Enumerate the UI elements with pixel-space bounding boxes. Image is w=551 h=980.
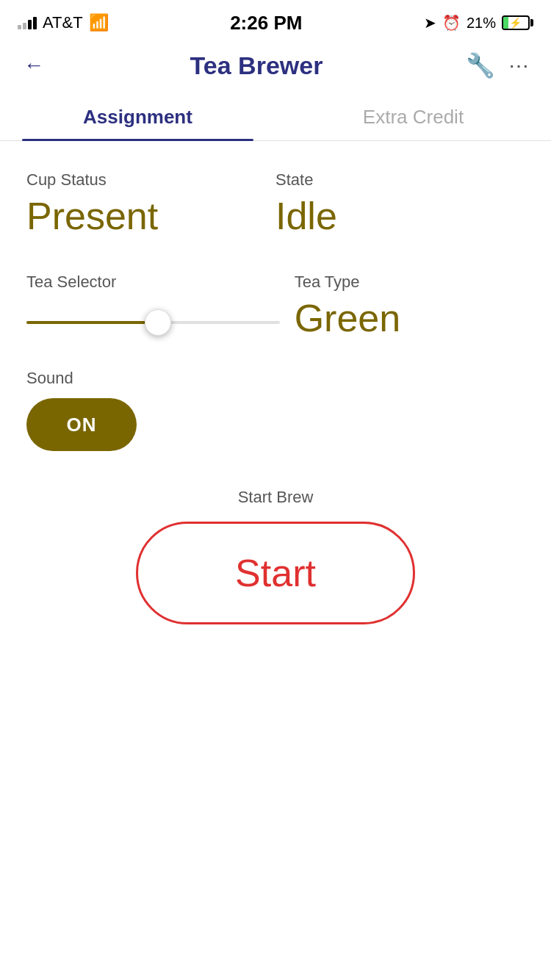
tea-type-label: Tea Type — [295, 273, 525, 292]
header-icons: 🔧 ⋯ — [466, 51, 530, 79]
start-brew-section: Start Brew Start — [26, 488, 525, 624]
cup-status-label: Cup Status — [26, 170, 276, 190]
signal-bars-icon — [18, 17, 37, 29]
start-button[interactable]: Start — [136, 522, 415, 624]
sound-toggle[interactable]: ON — [26, 398, 137, 451]
status-time: 2:26 PM — [230, 12, 302, 35]
battery-icon: ⚡ — [502, 15, 533, 30]
start-button-label: Start — [235, 551, 316, 595]
sound-toggle-label: ON — [67, 414, 97, 436]
tea-selector-slider-container — [26, 308, 280, 337]
more-options-icon[interactable]: ⋯ — [508, 54, 530, 78]
alarm-icon: ⏰ — [442, 14, 461, 32]
page-title: Tea Brewer — [190, 51, 323, 80]
state-value: Idle — [276, 195, 525, 237]
tea-selector-label: Tea Selector — [26, 273, 280, 292]
wrench-icon[interactable]: 🔧 — [466, 51, 495, 79]
cup-status-col: Cup Status Present — [26, 170, 276, 237]
back-button[interactable]: ← — [21, 51, 47, 80]
tea-type-value: Green — [295, 298, 525, 339]
status-bar: AT&T 📶 2:26 PM ➤ ⏰ 21% ⚡ — [0, 0, 551, 40]
tea-type-col: Tea Type Green — [295, 273, 525, 339]
tea-selector-row: Tea Selector Tea Type Green — [26, 273, 525, 339]
sound-label: Sound — [26, 369, 525, 388]
header: ← Tea Brewer 🔧 ⋯ — [0, 40, 551, 91]
status-left: AT&T 📶 — [18, 13, 109, 32]
cup-status-value: Present — [26, 195, 276, 237]
tab-assignment[interactable]: Assignment — [0, 91, 276, 140]
wifi-icon: 📶 — [89, 13, 109, 32]
battery-percentage: 21% — [467, 15, 496, 32]
slider-fill — [26, 321, 158, 324]
tab-extra-credit[interactable]: Extra Credit — [276, 91, 551, 140]
state-label: State — [276, 170, 525, 190]
start-brew-label: Start Brew — [238, 488, 314, 507]
status-right: ➤ ⏰ 21% ⚡ — [424, 14, 533, 32]
location-icon: ➤ — [424, 14, 436, 32]
tab-bar: Assignment Extra Credit — [0, 91, 551, 141]
sound-section: Sound ON — [26, 369, 525, 451]
state-col: State Idle — [276, 170, 525, 237]
tea-selector-col: Tea Selector — [26, 273, 295, 337]
status-state-row: Cup Status Present State Idle — [26, 170, 525, 237]
slider-thumb[interactable] — [145, 309, 171, 336]
content-area: Cup Status Present State Idle Tea Select… — [0, 141, 551, 624]
carrier-label: AT&T — [43, 13, 83, 32]
